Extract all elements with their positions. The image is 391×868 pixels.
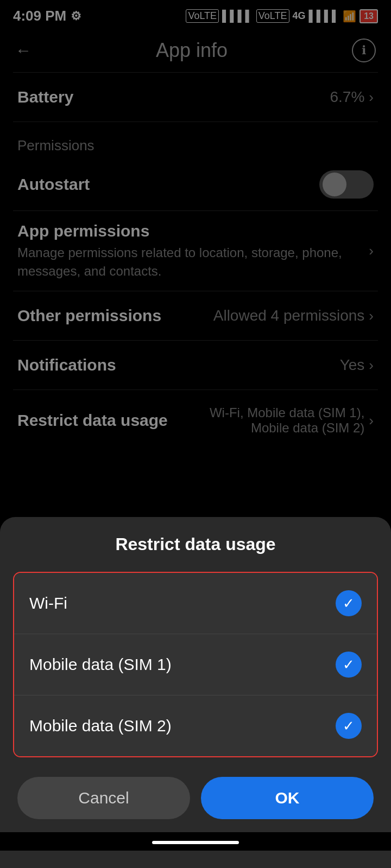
- bottom-sheet: Restrict data usage Wi-Fi ✓ Mobile data …: [0, 517, 391, 868]
- option-wifi-label: Wi-Fi: [29, 594, 67, 612]
- checkmark-sim2-icon: ✓: [343, 718, 355, 735]
- action-buttons: Cancel OK: [0, 770, 391, 832]
- bottom-sheet-title: Restrict data usage: [0, 517, 391, 565]
- cancel-button[interactable]: Cancel: [17, 777, 190, 819]
- checkmark-icon: ✓: [343, 595, 355, 612]
- home-indicator: [0, 832, 391, 851]
- option-sim2-label: Mobile data (SIM 2): [29, 717, 172, 735]
- checkmark-sim1-icon: ✓: [343, 656, 355, 673]
- option-wifi[interactable]: Wi-Fi ✓: [14, 573, 377, 634]
- option-wifi-checkbox[interactable]: ✓: [336, 590, 362, 616]
- options-box: Wi-Fi ✓ Mobile data (SIM 1) ✓ Mobile dat…: [13, 572, 378, 757]
- home-bar: [152, 841, 239, 844]
- option-sim2-checkbox[interactable]: ✓: [336, 713, 362, 739]
- option-sim1[interactable]: Mobile data (SIM 1) ✓: [14, 634, 377, 695]
- ok-button[interactable]: OK: [201, 777, 374, 819]
- option-sim1-label: Mobile data (SIM 1): [29, 655, 172, 674]
- option-sim2[interactable]: Mobile data (SIM 2) ✓: [14, 695, 377, 756]
- option-sim1-checkbox[interactable]: ✓: [336, 652, 362, 678]
